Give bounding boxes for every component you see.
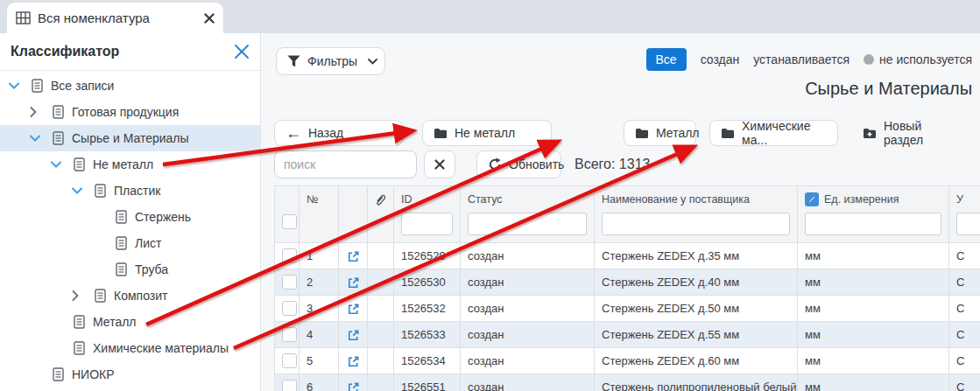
chevron-right-icon[interactable] — [72, 290, 95, 301]
table-row[interactable]: 3 1526532 создан Стержень ZEDEX д.50 мм … — [275, 296, 980, 322]
column-label: ID — [401, 192, 453, 207]
filter-icon — [287, 55, 300, 67]
table-row[interactable]: 4 1526533 создан Стержень ZEDEX д.55 мм … — [275, 322, 980, 348]
back-button[interactable]: ← Назад — [274, 120, 403, 146]
tab-bar: Вся номенклатура — [0, 0, 980, 33]
status-filter-sozdan[interactable]: создан — [701, 52, 740, 66]
table-row[interactable]: 6 1526551 создан Стержень полипропиленов… — [275, 374, 980, 391]
tab-close-icon[interactable] — [204, 13, 215, 24]
tree-item-truba[interactable]: Труба — [0, 256, 260, 283]
section-button-metall[interactable]: Металл — [624, 120, 696, 146]
new-section-label: Новый раздел — [884, 119, 955, 147]
row-unit: мм — [798, 348, 949, 374]
main-panel: Фильтры Все создан устанавливается не ис… — [261, 33, 980, 391]
row-checkbox[interactable] — [282, 248, 297, 263]
chevron-down-icon — [368, 59, 377, 65]
external-link-icon[interactable] — [347, 276, 360, 290]
filters-label: Фильтры — [307, 54, 357, 68]
row-id: 1526534 — [394, 348, 461, 374]
row-checkbox[interactable] — [282, 301, 297, 316]
chevron-down-icon[interactable] — [72, 187, 95, 194]
open-cell — [339, 374, 368, 391]
status-filter-all[interactable]: Все — [646, 48, 687, 71]
select-all-checkbox[interactable] — [282, 214, 297, 229]
tree-item-kompozit[interactable]: Композит — [0, 283, 260, 309]
tree-item-label: Труба — [135, 262, 168, 276]
tree-item-syrye-i-materialy[interactable]: Сырье и Материалы — [0, 125, 260, 151]
attachment-cell — [368, 269, 394, 296]
table-row[interactable]: 2 1526530 создан Стержень ZEDEX д.40 мм … — [275, 269, 980, 296]
row-last: С — [949, 243, 980, 269]
tree-item-plastik[interactable]: Пластик — [0, 178, 260, 204]
status-filter-input[interactable] — [468, 213, 587, 235]
tree-item-himicheskie-materialy[interactable]: Химические материалы — [0, 335, 260, 361]
external-link-icon[interactable] — [347, 250, 360, 263]
section-button-himicheskie[interactable]: Химические ма... — [709, 120, 838, 146]
external-link-icon[interactable] — [347, 355, 360, 368]
refresh-icon — [488, 157, 502, 171]
row-name: Стержень полипропиленовый белый ... — [595, 374, 798, 391]
header-select-cell — [275, 186, 300, 243]
row-name: Стержень ZEDEX д.55 мм — [595, 322, 798, 348]
tree-item-niokr[interactable]: НИОКР — [0, 361, 260, 388]
tree-item-vse-zapisi[interactable]: Все записи — [0, 73, 260, 99]
tree-item-label: НИОКР — [72, 367, 115, 381]
status-filter-ne-ispolzuetsya[interactable]: не используется — [864, 52, 972, 66]
unit-filter-input[interactable] — [805, 213, 941, 235]
section-button-ne-metall[interactable]: Не металл — [422, 120, 552, 146]
tab-all-nomenclature[interactable]: Вся номенклатура — [7, 3, 223, 33]
refresh-button[interactable]: Обновить — [476, 150, 561, 178]
chevron-down-icon[interactable] — [51, 161, 74, 168]
row-checkbox[interactable] — [282, 275, 297, 290]
new-section-button[interactable]: Новый раздел — [852, 120, 966, 146]
row-id: 1526533 — [394, 322, 461, 348]
folder-icon — [721, 128, 735, 139]
filters-button[interactable]: Фильтры — [276, 47, 385, 75]
classifier-close-icon[interactable] — [234, 44, 250, 59]
search-input[interactable] — [274, 150, 417, 178]
classifier-panel: Классификатор Все записи Готовая продукц… — [0, 33, 261, 391]
edit-icon[interactable] — [805, 192, 819, 206]
id-filter-input[interactable] — [401, 213, 453, 235]
tree-item-metall[interactable]: Металл — [0, 309, 260, 335]
header-attachment — [368, 186, 394, 243]
row-unit: мм — [798, 243, 949, 269]
tree-item-label: Все записи — [51, 79, 114, 93]
classifier-tree: Все записи Готовая продукция Сырье и Мат… — [0, 71, 260, 388]
tree-item-list[interactable]: Лист — [0, 230, 260, 256]
tree-item-label: Пластик — [114, 184, 160, 198]
row-name: Стержень ZEDEX д.60 мм — [595, 348, 798, 374]
items-table: № ID Статус — [274, 185, 980, 391]
section-button-label: Не металл — [455, 126, 515, 140]
tree-item-ne-metall[interactable]: Не металл — [0, 151, 260, 178]
status-filter-ustanavlivaetsya[interactable]: устанавливается — [753, 52, 850, 66]
open-cell — [339, 243, 368, 269]
chevron-down-icon[interactable] — [30, 135, 53, 142]
external-link-icon[interactable] — [347, 381, 360, 391]
refresh-label: Обновить — [509, 157, 564, 171]
clear-search-button[interactable] — [424, 150, 455, 178]
row-checkbox[interactable] — [282, 353, 297, 368]
chevron-down-icon[interactable] — [9, 82, 32, 89]
tree-item-sterzhen[interactable]: Стержень — [0, 204, 260, 230]
table-row[interactable]: 5 1526534 создан Стержень ZEDEX д.60 мм … — [275, 348, 980, 374]
column-label: Статус — [468, 192, 587, 207]
header-name: Наименование у поставщика — [595, 186, 798, 243]
last-filter-input[interactable] — [956, 213, 980, 235]
external-link-icon[interactable] — [347, 303, 360, 316]
column-label: Ед. измерения — [824, 193, 899, 206]
external-link-icon[interactable] — [347, 329, 360, 342]
attachment-cell — [368, 243, 394, 269]
row-checkbox[interactable] — [282, 380, 297, 391]
header-num: № — [300, 186, 339, 243]
row-id: 1526530 — [394, 269, 461, 296]
document-icon — [53, 367, 72, 381]
row-checkbox[interactable] — [282, 327, 297, 342]
tree-item-gotovaya-produkcia[interactable]: Готовая продукция — [0, 99, 260, 125]
name-filter-input[interactable] — [602, 213, 790, 235]
folder-plus-icon — [863, 128, 877, 139]
chevron-right-icon[interactable] — [30, 107, 53, 117]
tree-item-label: Не металл — [93, 157, 153, 171]
row-num: 6 — [300, 374, 339, 391]
table-row[interactable]: 1 1526529 создан Стержень ZEDEX д.35 мм … — [275, 243, 980, 269]
